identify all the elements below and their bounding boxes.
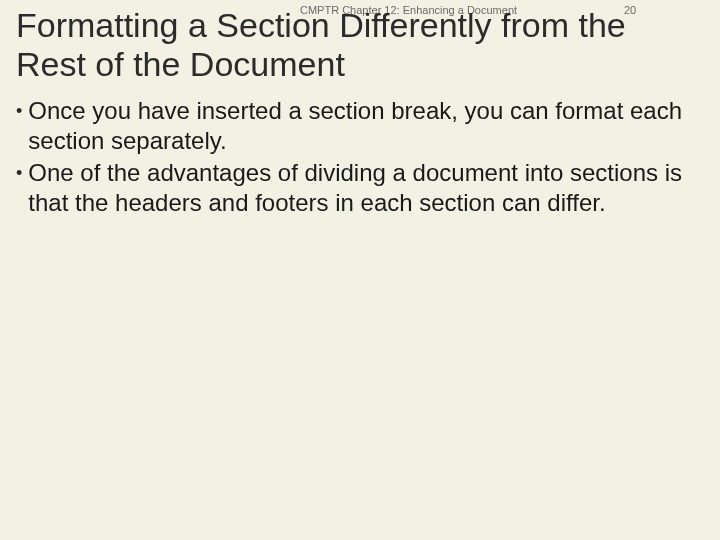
list-item: • Once you have inserted a section break… bbox=[16, 96, 690, 156]
bullet-list: • Once you have inserted a section break… bbox=[16, 96, 690, 220]
bullet-icon: • bbox=[16, 158, 28, 218]
bullet-icon: • bbox=[16, 96, 28, 156]
bullet-text: Once you have inserted a section break, … bbox=[28, 96, 690, 156]
bullet-text: One of the advantages of dividing a docu… bbox=[28, 158, 690, 218]
list-item: • One of the advantages of dividing a do… bbox=[16, 158, 690, 218]
slide-title: Formatting a Section Differently from th… bbox=[16, 6, 704, 84]
